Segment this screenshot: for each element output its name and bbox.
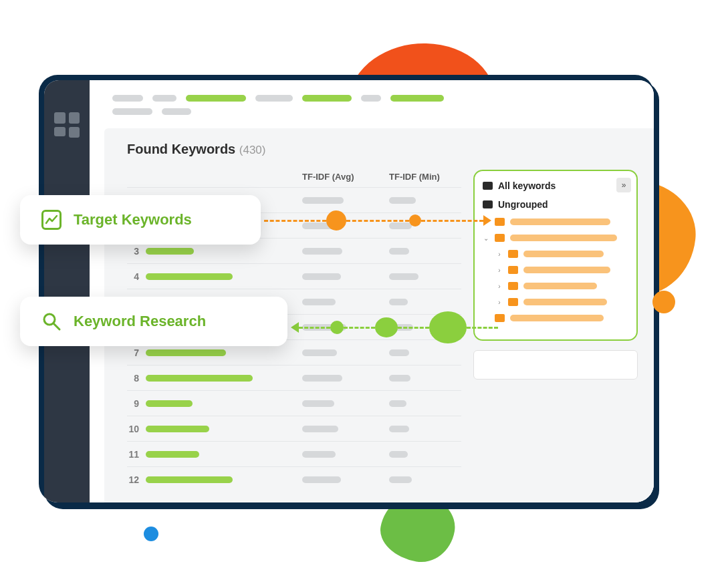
folder-all-keywords[interactable]: All keywords (483, 180, 628, 191)
keyword-bar (146, 375, 253, 382)
main-area: Found Keywords (430) TF-IDF (Avg) TF-IDF… (90, 80, 654, 502)
folder-item[interactable]: › (483, 250, 628, 258)
chevron-right-icon: › (496, 251, 503, 258)
dashboard-icon[interactable] (54, 112, 80, 138)
keyword-bar (146, 451, 199, 458)
keyword-bar (146, 476, 233, 483)
keyword-bar (146, 273, 233, 280)
folder-icon (508, 250, 518, 258)
folder-icon (508, 282, 518, 290)
folder-icon (495, 234, 505, 242)
folder-icon (483, 182, 493, 190)
folder-item[interactable]: › (483, 266, 628, 274)
folder-item[interactable] (483, 218, 628, 226)
tfidf-avg-value (302, 273, 341, 280)
tfidf-avg-value (302, 248, 342, 255)
row-number: 8 (127, 373, 146, 384)
tfidf-min-value (389, 349, 409, 356)
folder-label-placeholder (523, 267, 610, 273)
folder-icon (495, 314, 505, 322)
row-number: 7 (127, 347, 146, 358)
keyword-bar (146, 426, 209, 432)
table-row[interactable]: 8 (127, 365, 461, 390)
col-tfidf-avg[interactable]: TF-IDF (Avg) (294, 172, 381, 182)
folder-icon (508, 266, 518, 274)
folder-icon (508, 298, 518, 306)
tfidf-avg-value (302, 197, 344, 204)
folder-item[interactable]: › (483, 282, 628, 290)
tfidf-min-value (389, 375, 410, 382)
decor-dot-blue (144, 527, 158, 541)
keyword-bar (146, 400, 193, 407)
folder-label-placeholder (523, 251, 604, 257)
folder-label-placeholder (510, 315, 604, 321)
sidebar (44, 80, 90, 502)
tfidf-min-value (389, 248, 409, 255)
chevron-right-icon: › (496, 299, 503, 306)
heading-count: (430) (239, 144, 266, 156)
decor-dot-orange (652, 291, 675, 313)
row-number: 4 (127, 271, 146, 282)
tfidf-min-value (389, 476, 412, 483)
folder-item[interactable] (483, 314, 628, 322)
folder-ungrouped[interactable]: Ungrouped (483, 199, 628, 210)
folder-panel: » All keywords Ungrouped ⌄›››› (473, 170, 638, 341)
chevron-right-icon: › (496, 283, 503, 290)
chart-line-icon (40, 208, 63, 231)
tfidf-avg-value (302, 400, 334, 407)
folder-icon (495, 218, 505, 226)
header-placeholder (90, 80, 654, 126)
card-target-keywords[interactable]: Target Keywords (20, 195, 261, 245)
folder-label: Ungrouped (498, 199, 548, 210)
table-row[interactable]: 4 (127, 263, 461, 289)
chevron-down-icon: ⌄ (483, 235, 489, 242)
chevron-right-icon: › (496, 267, 503, 274)
tfidf-avg-value (302, 349, 337, 356)
keyword-bar (146, 248, 194, 255)
card-keyword-research[interactable]: Keyword Research (20, 297, 287, 346)
table-row[interactable]: 9 (127, 390, 461, 416)
col-tfidf-min[interactable]: TF-IDF (Min) (381, 172, 461, 182)
row-number: 11 (127, 449, 146, 460)
tfidf-min-value (389, 197, 416, 204)
tfidf-avg-value (302, 299, 336, 305)
row-number: 12 (127, 474, 146, 485)
tfidf-min-value (389, 400, 406, 407)
tfidf-avg-value (302, 476, 341, 483)
row-number: 10 (127, 424, 146, 434)
tfidf-min-value (389, 273, 418, 280)
collapse-button[interactable]: » (616, 178, 631, 192)
folder-label: All keywords (498, 180, 556, 191)
keyword-bar (146, 349, 226, 356)
heading-text: Found Keywords (127, 142, 235, 156)
section-heading: Found Keywords (430) (127, 142, 461, 157)
panel-footer-box (473, 350, 638, 380)
tfidf-avg-value (302, 451, 336, 458)
card-label: Target Keywords (74, 211, 192, 229)
folder-item[interactable]: ⌄ (483, 234, 628, 242)
svg-line-1 (53, 323, 59, 329)
folder-label-placeholder (523, 299, 607, 305)
row-number: 9 (127, 398, 146, 409)
row-number: 3 (127, 246, 146, 257)
table-row[interactable]: 10 (127, 416, 461, 441)
folder-item[interactable]: › (483, 298, 628, 306)
folder-label-placeholder (510, 235, 617, 241)
card-label: Keyword Research (74, 313, 206, 330)
tfidf-min-value (389, 299, 408, 305)
search-icon (40, 310, 63, 333)
tfidf-avg-value (302, 426, 338, 432)
folder-icon (483, 200, 493, 208)
folder-label-placeholder (510, 218, 610, 225)
tfidf-min-value (389, 223, 412, 229)
table-row[interactable]: 11 (127, 441, 461, 466)
table-row[interactable]: 12 (127, 466, 461, 492)
tfidf-min-value (389, 426, 409, 432)
app-window: Found Keywords (430) TF-IDF (Avg) TF-IDF… (39, 75, 654, 502)
folder-label-placeholder (523, 283, 597, 289)
tfidf-min-value (389, 451, 408, 458)
tfidf-avg-value (302, 375, 342, 382)
